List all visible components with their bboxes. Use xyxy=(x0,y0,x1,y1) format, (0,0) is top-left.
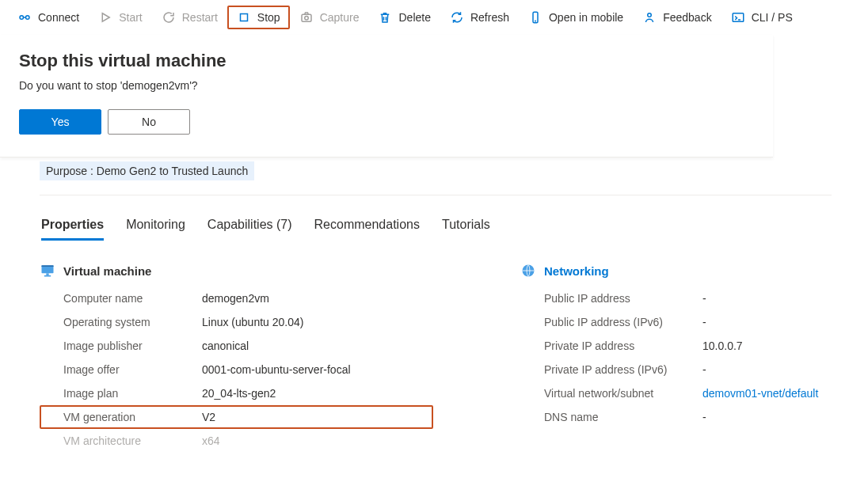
value-vm-generation: V2 xyxy=(202,411,432,423)
play-icon xyxy=(98,10,112,25)
label-vnet: Virtual network/subnet xyxy=(544,387,702,400)
tab-capabilities[interactable]: Capabilities (7) xyxy=(207,218,292,241)
row-vm-architecture: VM architecture x64 xyxy=(40,429,433,453)
row-private-ip6: Private IP address (IPv6) - xyxy=(520,358,861,381)
networking-section: Networking Public IP address - Public IP… xyxy=(520,263,861,453)
command-bar: Connect Start Restart Stop Capture Delet… xyxy=(0,0,868,35)
value-offer: 0001-com-ubuntu-server-focal xyxy=(202,363,432,376)
tabs: Properties Monitoring Capabilities (7) R… xyxy=(41,218,849,241)
row-computer-name: Computer name demogen2vm xyxy=(40,286,433,310)
svg-point-1 xyxy=(26,15,30,19)
svg-rect-13 xyxy=(46,273,48,275)
tab-monitoring[interactable]: Monitoring xyxy=(126,218,185,241)
start-label: Start xyxy=(119,11,143,24)
value-private-ip: 10.0.0.7 xyxy=(702,340,861,352)
label-computer-name: Computer name xyxy=(63,292,202,305)
value-computer-name: demogen2vm xyxy=(202,292,432,305)
divider xyxy=(40,195,832,195)
label-publisher: Image publisher xyxy=(63,340,202,352)
refresh-icon xyxy=(450,10,464,25)
label-private-ip: Private IP address xyxy=(544,340,702,352)
open-mobile-label: Open in mobile xyxy=(549,11,623,24)
label-public-ip6: Public IP address (IPv6) xyxy=(544,316,702,328)
svg-point-7 xyxy=(535,21,536,21)
svg-rect-4 xyxy=(302,14,311,21)
row-os: Operating system Linux (ubuntu 20.04) xyxy=(40,310,433,334)
value-dns: - xyxy=(702,411,861,423)
label-dns: DNS name xyxy=(544,411,702,423)
no-button[interactable]: No xyxy=(108,109,190,135)
networking-section-header: Networking xyxy=(520,263,861,279)
row-private-ip: Private IP address 10.0.0.7 xyxy=(520,334,861,358)
restart-icon xyxy=(162,10,176,25)
label-vm-architecture: VM architecture xyxy=(63,434,202,447)
label-public-ip: Public IP address xyxy=(544,292,702,305)
stop-label: Stop xyxy=(257,11,280,24)
svg-point-5 xyxy=(304,16,308,20)
value-publisher: canonical xyxy=(202,340,432,352)
label-os: Operating system xyxy=(63,316,202,328)
vm-section-title: Virtual machine xyxy=(63,264,151,278)
stop-button[interactable]: Stop xyxy=(227,6,290,29)
delete-button[interactable]: Delete xyxy=(368,6,440,29)
refresh-button[interactable]: Refresh xyxy=(440,6,519,29)
row-vm-generation: VM generation V2 xyxy=(40,405,433,429)
cli-label: CLI / PS xyxy=(752,11,793,24)
feedback-button[interactable]: Feedback xyxy=(633,6,721,29)
restart-button: Restart xyxy=(152,6,227,29)
cli-icon xyxy=(731,10,745,25)
vm-section-header: Virtual machine xyxy=(40,263,433,279)
value-plan: 20_04-lts-gen2 xyxy=(202,387,432,400)
value-vnet[interactable]: demovm01-vnet/default xyxy=(702,387,861,400)
yes-button[interactable]: Yes xyxy=(19,109,101,135)
tab-properties[interactable]: Properties xyxy=(41,218,104,241)
refresh-label: Refresh xyxy=(470,11,509,24)
capture-button: Capture xyxy=(290,6,369,29)
stop-vm-dialog: Stop this virtual machine Do you want to… xyxy=(0,35,773,157)
row-public-ip6: Public IP address (IPv6) - xyxy=(520,310,861,334)
label-offer: Image offer xyxy=(63,363,202,376)
delete-label: Delete xyxy=(398,11,430,24)
row-public-ip: Public IP address - xyxy=(520,286,861,310)
value-os: Linux (ubuntu 20.04) xyxy=(202,316,432,328)
monitor-icon xyxy=(40,263,55,279)
label-plan: Image plan xyxy=(63,387,202,400)
svg-point-8 xyxy=(648,13,652,17)
value-private-ip6: - xyxy=(702,363,861,376)
row-offer: Image offer 0001-com-ubuntu-server-focal xyxy=(40,358,433,381)
connect-button[interactable]: Connect xyxy=(8,6,89,29)
row-dns: DNS name - xyxy=(520,405,861,429)
row-plan: Image plan 20_04-lts-gen2 xyxy=(40,381,433,405)
row-publisher: Image publisher canonical xyxy=(40,334,433,358)
dialog-buttons: Yes No xyxy=(19,109,754,135)
delete-icon xyxy=(378,10,392,25)
open-mobile-button[interactable]: Open in mobile xyxy=(519,6,633,29)
row-vnet: Virtual network/subnet demovm01-vnet/def… xyxy=(520,381,861,405)
properties-columns: Virtual machine Computer name demogen2vm… xyxy=(40,263,849,453)
feedback-label: Feedback xyxy=(663,11,711,24)
value-public-ip6: - xyxy=(702,316,861,328)
tab-recommendations[interactable]: Recommendations xyxy=(314,218,420,241)
capture-label: Capture xyxy=(320,11,360,24)
purpose-tag[interactable]: Purpose : Demo Gen2 to Trusted Launch xyxy=(40,161,254,180)
vm-section: Virtual machine Computer name demogen2vm… xyxy=(40,263,433,453)
label-vm-generation: VM generation xyxy=(63,411,202,423)
value-vm-architecture: x64 xyxy=(202,434,432,447)
dialog-title: Stop this virtual machine xyxy=(19,51,754,71)
label-private-ip6: Private IP address (IPv6) xyxy=(544,363,702,376)
svg-rect-3 xyxy=(240,13,247,21)
svg-rect-12 xyxy=(42,265,54,267)
svg-marker-2 xyxy=(102,13,109,21)
connect-icon xyxy=(17,10,32,25)
value-public-ip: - xyxy=(702,292,861,305)
svg-rect-14 xyxy=(44,275,51,277)
start-button: Start xyxy=(89,6,152,29)
svg-point-0 xyxy=(20,15,24,19)
globe-icon xyxy=(520,263,536,279)
capture-icon xyxy=(299,10,314,25)
stop-icon xyxy=(237,10,251,25)
tab-tutorials[interactable]: Tutorials xyxy=(442,218,490,241)
networking-section-title: Networking xyxy=(544,264,609,278)
cli-button[interactable]: CLI / PS xyxy=(721,6,802,29)
feedback-icon xyxy=(642,10,657,25)
